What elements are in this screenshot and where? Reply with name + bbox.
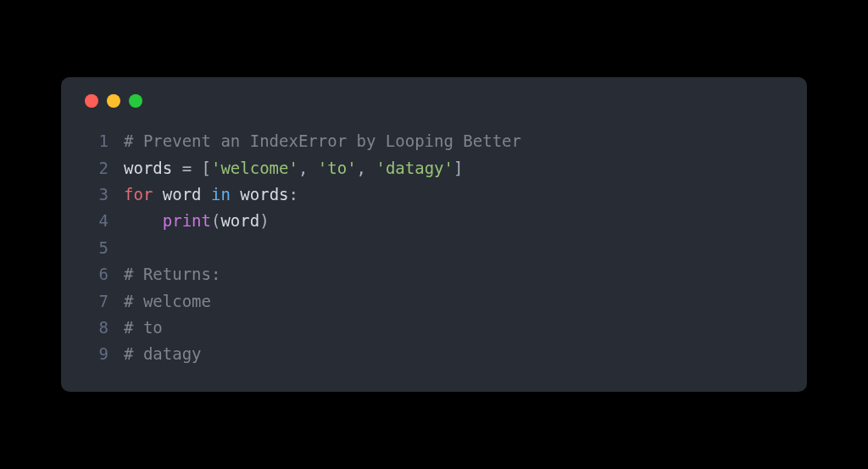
code-line: 3 for word in words : bbox=[81, 181, 787, 208]
code-argument: word bbox=[220, 208, 259, 234]
window-controls bbox=[81, 94, 787, 108]
code-keyword-for: for bbox=[124, 181, 153, 208]
code-variable: words bbox=[240, 181, 288, 208]
space bbox=[153, 181, 162, 208]
code-comment: # welcome bbox=[124, 288, 211, 315]
code-bracket: [ bbox=[202, 155, 211, 181]
code-keyword-in: in bbox=[211, 181, 231, 208]
code-string: 'to' bbox=[318, 155, 357, 181]
code-line: 2 words = [ 'welcome' , 'to' , 'datagy' … bbox=[81, 155, 787, 181]
code-string: 'datagy' bbox=[376, 155, 453, 181]
space bbox=[231, 181, 240, 208]
code-paren: ) bbox=[259, 208, 269, 234]
code-variable: words bbox=[124, 155, 172, 181]
code-comment: # datagy bbox=[124, 341, 202, 367]
space bbox=[202, 181, 211, 208]
code-string: 'welcome' bbox=[211, 155, 298, 181]
code-window: 1 # Prevent an IndexError by Looping Bet… bbox=[61, 77, 807, 391]
code-comma: , bbox=[357, 155, 376, 181]
code-colon: : bbox=[289, 181, 298, 208]
line-number: 8 bbox=[81, 315, 108, 341]
code-comment: # Returns: bbox=[124, 261, 220, 288]
code-variable: word bbox=[163, 181, 202, 208]
code-line: 5 bbox=[81, 235, 787, 261]
code-paren: ( bbox=[211, 208, 220, 234]
maximize-icon[interactable] bbox=[129, 94, 142, 108]
code-line: 4 print ( word ) bbox=[81, 208, 787, 234]
code-operator: = bbox=[172, 155, 201, 181]
code-line: 9 # datagy bbox=[81, 341, 787, 367]
line-number: 3 bbox=[81, 181, 108, 208]
close-icon[interactable] bbox=[85, 94, 98, 108]
code-function: print bbox=[163, 208, 211, 234]
code-comment: # Prevent an IndexError by Looping Bette… bbox=[124, 128, 521, 154]
code-comma: , bbox=[298, 155, 318, 181]
minimize-icon[interactable] bbox=[107, 94, 120, 108]
line-number: 2 bbox=[81, 155, 108, 181]
line-number: 9 bbox=[81, 341, 108, 367]
line-number: 6 bbox=[81, 261, 108, 288]
code-bracket: ] bbox=[453, 155, 463, 181]
code-line: 1 # Prevent an IndexError by Looping Bet… bbox=[81, 128, 787, 154]
line-number: 5 bbox=[81, 235, 108, 261]
line-number: 4 bbox=[81, 208, 108, 234]
indent bbox=[124, 208, 163, 234]
code-line: 7 # welcome bbox=[81, 288, 787, 315]
code-comment: # to bbox=[124, 315, 163, 341]
code-line: 8 # to bbox=[81, 315, 787, 341]
line-number: 1 bbox=[81, 128, 108, 154]
code-line: 6 # Returns: bbox=[81, 261, 787, 288]
line-number: 7 bbox=[81, 288, 108, 315]
code-block: 1 # Prevent an IndexError by Looping Bet… bbox=[81, 128, 787, 367]
